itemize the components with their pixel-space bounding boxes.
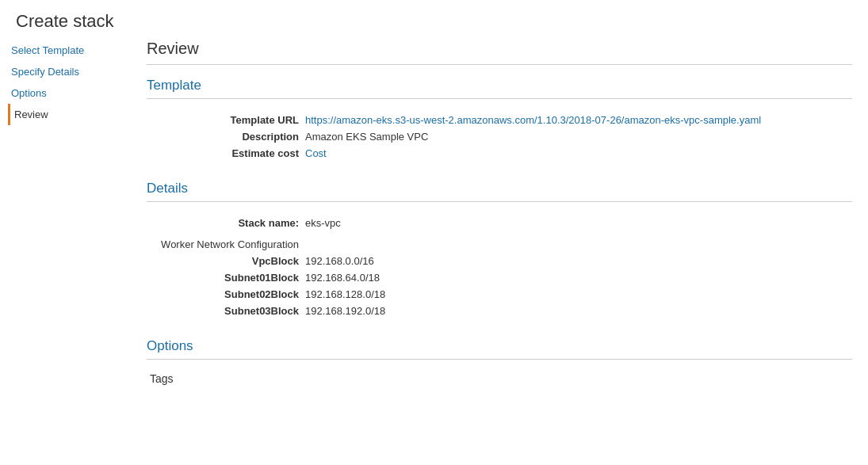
estimate-cost-value: Cost bbox=[305, 145, 852, 162]
template-url-value: https://amazon-eks.s3-us-west-2.amazonaw… bbox=[305, 112, 852, 128]
subnet03-block-row: Subnet03Block 192.168.192.0/18 bbox=[147, 303, 852, 319]
template-section-heading: Template bbox=[147, 78, 852, 99]
subnet02-block-value: 192.168.128.0/18 bbox=[305, 286, 852, 303]
subnet01-block-row: Subnet01Block 192.168.64.0/18 bbox=[147, 269, 852, 286]
worker-network-config-row: Worker Network Configuration bbox=[147, 236, 852, 253]
details-detail-table: Stack name: eks-vpc Worker Network Confi… bbox=[147, 215, 852, 319]
vpc-block-row: VpcBlock 192.168.0.0/16 bbox=[147, 253, 852, 269]
subnet02-block-row: Subnet02Block 192.168.128.0/18 bbox=[147, 286, 852, 303]
sidebar: Select Template Specify Details Options … bbox=[0, 40, 123, 420]
subnet02-block-label: Subnet02Block bbox=[147, 286, 305, 303]
vpc-block-value: 192.168.0.0/16 bbox=[305, 253, 852, 269]
template-detail-table: Template URL https://amazon-eks.s3-us-we… bbox=[147, 112, 852, 162]
options-section-heading: Options bbox=[147, 338, 852, 360]
sidebar-item-select-template[interactable]: Select Template bbox=[8, 40, 123, 61]
template-section: Template Template URL https://amazon-eks… bbox=[147, 78, 852, 162]
review-heading: Review bbox=[147, 40, 852, 65]
stack-name-value: eks-vpc bbox=[305, 215, 852, 231]
stack-name-label: Stack name: bbox=[147, 215, 305, 231]
template-url-label: Template URL bbox=[147, 112, 305, 128]
estimate-cost-label: Estimate cost bbox=[147, 145, 305, 162]
sidebar-item-options[interactable]: Options bbox=[8, 82, 123, 104]
tags-label: Tags bbox=[147, 372, 852, 385]
template-url-link[interactable]: https://amazon-eks.s3-us-west-2.amazonaw… bbox=[305, 114, 761, 126]
subnet01-block-label: Subnet01Block bbox=[147, 269, 305, 286]
subnet03-block-value: 192.168.192.0/18 bbox=[305, 303, 852, 319]
vpc-block-label: VpcBlock bbox=[147, 253, 305, 269]
cost-link[interactable]: Cost bbox=[305, 147, 327, 159]
options-section: Options Tags bbox=[147, 338, 852, 385]
main-content: Review Template Template URL https://ama… bbox=[123, 40, 868, 420]
sidebar-item-review[interactable]: Review bbox=[8, 104, 123, 125]
description-label: Description bbox=[147, 128, 305, 145]
details-section: Details Stack name: eks-vpc Worker Netwo… bbox=[147, 181, 852, 319]
subnet03-block-label: Subnet03Block bbox=[147, 303, 305, 319]
sidebar-item-specify-details[interactable]: Specify Details bbox=[8, 61, 123, 82]
page-title: Create stack bbox=[0, 0, 868, 40]
details-section-heading: Details bbox=[147, 181, 852, 202]
stack-name-row: Stack name: eks-vpc bbox=[147, 215, 852, 231]
table-row: Description Amazon EKS Sample VPC bbox=[147, 128, 852, 145]
table-row: Estimate cost Cost bbox=[147, 145, 852, 162]
subnet01-block-value: 192.168.64.0/18 bbox=[305, 269, 852, 286]
description-value: Amazon EKS Sample VPC bbox=[305, 128, 852, 145]
table-row: Template URL https://amazon-eks.s3-us-we… bbox=[147, 112, 852, 128]
